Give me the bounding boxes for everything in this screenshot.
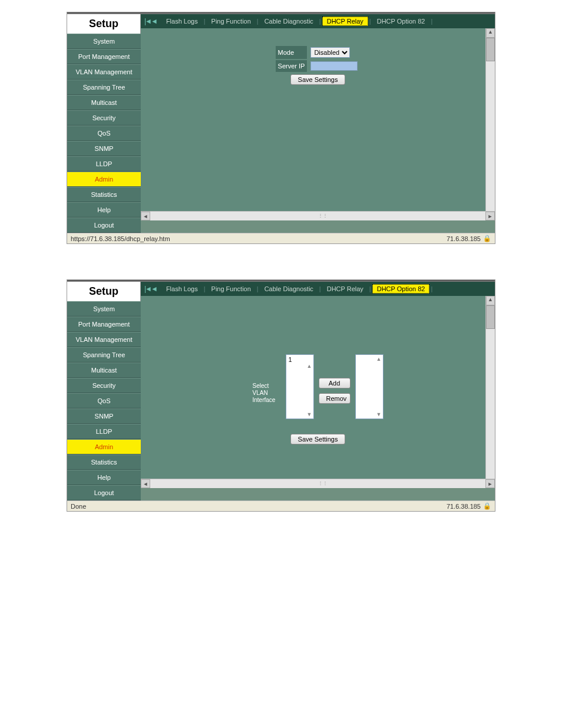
sidebar-title: Setup <box>67 14 141 34</box>
horizontal-scrollbar[interactable]: ◄ ⋮⋮ ► <box>141 479 495 488</box>
screenshot-dhcp-option-82: Setup System Port Management VLAN Manage… <box>67 279 495 512</box>
status-ip: 71.6.38.185 <box>447 503 481 510</box>
screenshot-dhcp-relay: Setup System Port Management VLAN Manage… <box>67 12 495 244</box>
status-url: https://71.6.38.185/dhcp_relay.htm <box>71 235 170 242</box>
sidebar-item-lldp[interactable]: LLDP <box>67 424 141 439</box>
sidebar: Setup System Port Management VLAN Manage… <box>67 282 141 500</box>
scroll-up-icon[interactable]: ▲ <box>486 296 495 305</box>
tab-dhcp-option-82[interactable]: DHCP Option 82 <box>372 284 430 294</box>
sidebar-item-security[interactable]: Security <box>67 110 141 126</box>
add-button[interactable]: Add <box>319 378 351 388</box>
tab-ping-function[interactable]: Ping Function <box>207 17 256 26</box>
scroll-up-icon[interactable]: ▲ <box>486 28 495 38</box>
sidebar-item-help[interactable]: Help <box>67 470 141 485</box>
list-scroll-up-icon[interactable]: ▲ <box>357 356 382 362</box>
tab-nav-prev-icon[interactable]: |◄◄ <box>144 285 157 293</box>
scroll-thumb[interactable] <box>486 38 495 61</box>
horizontal-scrollbar[interactable]: ◄ ⋮⋮ ► <box>141 211 495 220</box>
scroll-left-icon[interactable]: ◄ <box>141 212 150 220</box>
status-ip: 71.6.38.185 <box>447 235 481 242</box>
sidebar-item-port-management[interactable]: Port Management <box>67 49 141 64</box>
sidebar-item-logout[interactable]: Logout <box>67 218 141 233</box>
vertical-scrollbar[interactable]: ▲ <box>485 296 495 479</box>
selected-vlan-list[interactable]: ▲ ▼ <box>355 354 384 419</box>
tab-dhcp-relay[interactable]: DHCP Relay <box>322 284 368 294</box>
dhcp-relay-form: Mode Disabled Server IP <box>275 45 362 87</box>
sidebar-item-port-management[interactable]: Port Management <box>67 317 141 332</box>
sidebar-item-snmp[interactable]: SNMP <box>67 141 141 156</box>
tab-bar: |◄◄ Flash Logs | Ping Function | Cable D… <box>141 282 495 296</box>
sidebar-item-system[interactable]: System <box>67 301 141 317</box>
vlan-interface-panel: Select VLAN Interface 1 ▲ ▼ Add Remov <box>253 354 384 419</box>
scroll-left-icon[interactable]: ◄ <box>141 479 150 488</box>
list-scroll-up-icon[interactable]: ▲ <box>287 363 312 369</box>
content-area: Mode Disabled Server IP <box>141 28 495 211</box>
scroll-thumb[interactable] <box>486 305 495 329</box>
lock-icon: 🔒 <box>483 502 491 510</box>
mode-label: Mode <box>276 46 308 59</box>
sidebar-item-admin[interactable]: Admin <box>67 172 141 187</box>
sidebar-item-system[interactable]: System <box>67 34 141 49</box>
tab-flash-logs[interactable]: Flash Logs <box>161 17 203 26</box>
sidebar-item-vlan-management[interactable]: VLAN Management <box>67 64 141 80</box>
lock-icon: 🔒 <box>483 235 491 242</box>
mode-select[interactable]: Disabled <box>310 47 350 58</box>
sidebar-title: Setup <box>67 282 141 301</box>
list-item[interactable]: 1 <box>287 356 312 363</box>
remove-button[interactable]: Remov <box>319 393 351 404</box>
sidebar-item-spanning-tree[interactable]: Spanning Tree <box>67 347 141 363</box>
status-bar: https://71.6.38.185/dhcp_relay.htm 71.6.… <box>67 233 495 243</box>
save-settings-button[interactable]: Save Settings <box>290 434 346 444</box>
sidebar-item-lldp[interactable]: LLDP <box>67 156 141 172</box>
tab-dhcp-option-82[interactable]: DHCP Option 82 <box>372 17 430 26</box>
status-text: Done <box>71 503 86 510</box>
tab-bar: |◄◄ Flash Logs | Ping Function | Cable D… <box>141 14 495 28</box>
tab-nav-prev-icon[interactable]: |◄◄ <box>144 17 157 25</box>
tab-ping-function[interactable]: Ping Function <box>207 284 256 294</box>
list-scroll-down-icon[interactable]: ▼ <box>357 411 382 417</box>
sidebar-item-spanning-tree[interactable]: Spanning Tree <box>67 80 141 95</box>
status-bar: Done 71.6.38.185 🔒 <box>67 500 495 511</box>
tab-flash-logs[interactable]: Flash Logs <box>161 284 203 294</box>
sidebar-item-statistics[interactable]: Statistics <box>67 454 141 470</box>
sidebar-item-security[interactable]: Security <box>67 378 141 393</box>
sidebar-item-admin[interactable]: Admin <box>67 439 141 454</box>
sidebar-item-statistics[interactable]: Statistics <box>67 187 141 202</box>
server-ip-label: Server IP <box>276 60 308 72</box>
sidebar: Setup System Port Management VLAN Manage… <box>67 14 141 233</box>
server-ip-input[interactable] <box>310 61 358 71</box>
sidebar-item-multicast[interactable]: Multicast <box>67 363 141 378</box>
scroll-right-icon[interactable]: ► <box>485 479 495 488</box>
vertical-scrollbar[interactable]: ▲ <box>485 28 495 211</box>
tab-cable-diagnostic[interactable]: Cable Diagnostic <box>260 284 318 294</box>
vlan-interface-label: Select VLAN Interface <box>253 354 281 404</box>
sidebar-item-multicast[interactable]: Multicast <box>67 95 141 110</box>
sidebar-item-logout[interactable]: Logout <box>67 485 141 500</box>
tab-dhcp-relay[interactable]: DHCP Relay <box>322 17 368 26</box>
sidebar-item-vlan-management[interactable]: VLAN Management <box>67 332 141 347</box>
available-vlan-list[interactable]: 1 ▲ ▼ <box>286 354 314 419</box>
save-settings-button[interactable]: Save Settings <box>290 74 346 85</box>
list-scroll-down-icon[interactable]: ▼ <box>287 411 312 417</box>
sidebar-item-qos[interactable]: QoS <box>67 126 141 141</box>
content-area: Select VLAN Interface 1 ▲ ▼ Add Remov <box>141 296 495 479</box>
sidebar-item-help[interactable]: Help <box>67 202 141 218</box>
tab-cable-diagnostic[interactable]: Cable Diagnostic <box>260 17 318 26</box>
sidebar-item-snmp[interactable]: SNMP <box>67 409 141 424</box>
sidebar-item-qos[interactable]: QoS <box>67 393 141 409</box>
scroll-right-icon[interactable]: ► <box>485 212 495 220</box>
